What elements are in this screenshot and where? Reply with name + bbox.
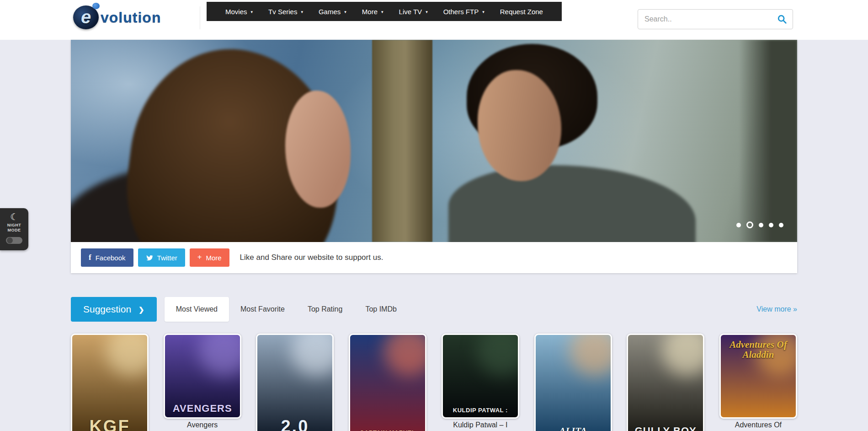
- poster-glow: [662, 334, 704, 376]
- main-nav: Movies ▾ Tv Series ▾ Games ▾ More ▾ Live…: [207, 2, 562, 21]
- movie-poster-card[interactable]: CAPTAIN MARVEL: [349, 334, 426, 431]
- poster-art-title: GULLY BOY: [628, 426, 703, 431]
- carousel-dot[interactable]: [779, 223, 783, 227]
- nav-item-label: Games: [319, 8, 341, 16]
- search-box: [638, 9, 793, 29]
- poster-title[interactable]: Adventures Of: [719, 421, 797, 429]
- movie-poster-card[interactable]: Adventures Of Aladdin Adventures Of: [719, 334, 797, 431]
- suggestion-section: Suggestion ❯ Most ViewedMost FavoriteTop…: [71, 297, 797, 322]
- search-input[interactable]: [638, 15, 775, 23]
- movie-poster-card[interactable]: KULDIP PATWAL : Kuldip Patwal – I: [442, 334, 519, 431]
- poster-art: GULLY BOY: [627, 334, 704, 431]
- caret-down-icon: ▾: [426, 10, 428, 14]
- poster-glow: [199, 334, 241, 376]
- carousel-dot[interactable]: [746, 221, 753, 228]
- poster-art: 2.0: [256, 334, 334, 431]
- movie-poster-card[interactable]: KGF: [71, 334, 149, 431]
- poster-glow: [384, 334, 426, 376]
- poster-art-title: Adventures Of Aladdin: [721, 339, 796, 360]
- share-button-label: Facebook: [96, 254, 126, 262]
- nav-item-label: Tv Series: [268, 8, 297, 16]
- view-more-link[interactable]: View more »: [756, 305, 797, 313]
- poster-glow: [106, 334, 149, 376]
- hero-carousel-slide[interactable]: [71, 40, 797, 242]
- poster-art: AVENGERS: [164, 334, 241, 419]
- poster-glow: [570, 334, 612, 376]
- share-message: Like and Share our website to support us…: [240, 253, 383, 262]
- twitter-bird-icon: [146, 254, 153, 261]
- share-button-label: Twitter: [157, 254, 177, 262]
- toggle-knob: [7, 237, 13, 243]
- nav-item[interactable]: Live TV ▾: [391, 2, 436, 21]
- search-icon[interactable]: [775, 14, 793, 24]
- nav-item[interactable]: Games ▾: [311, 2, 354, 21]
- nav-item[interactable]: Others FTP ▾: [436, 2, 492, 21]
- night-mode-label-line2: MODE: [0, 228, 28, 233]
- poster-art-title: ALITA: [536, 426, 611, 431]
- site-header: e volution Movies ▾ Tv Series ▾ Games ▾ …: [0, 0, 868, 40]
- nav-item-label: More: [362, 8, 378, 16]
- carousel-dot[interactable]: [769, 223, 773, 227]
- logo-dot-icon: [92, 3, 100, 9]
- caret-down-icon: ▾: [301, 10, 303, 14]
- poster-glow: [477, 334, 519, 376]
- plus-icon: +: [197, 253, 202, 262]
- movie-poster-card[interactable]: ALITA: [534, 334, 612, 431]
- carousel-dot[interactable]: [736, 223, 741, 227]
- moon-icon: ☾: [0, 212, 28, 222]
- poster-art-title: KGF: [72, 418, 147, 431]
- share-button-label: More: [206, 254, 221, 262]
- caret-down-icon: ▾: [251, 10, 253, 14]
- suggestion-tab[interactable]: Top IMDb: [354, 297, 408, 322]
- nav-item[interactable]: Tv Series ▾: [261, 2, 311, 21]
- suggestion-tab[interactable]: Most Viewed: [165, 297, 229, 322]
- poster-art: ALITA: [534, 334, 612, 431]
- site-logo[interactable]: e volution: [73, 5, 161, 29]
- nav-item[interactable]: Movies ▾: [218, 2, 261, 21]
- hero-card: f Facebook Twitter + More Like and Share…: [71, 40, 797, 273]
- nav-item-label: Request Zone: [500, 8, 543, 16]
- share-buttons: f Facebook Twitter + More: [81, 248, 229, 267]
- suggestion-tabs: Most ViewedMost FavoriteTop RatingTop IM…: [165, 297, 408, 322]
- chevron-right-icon: ❯: [138, 306, 144, 314]
- poster-glow: [291, 334, 334, 376]
- nav-item[interactable]: More ▾: [354, 2, 391, 21]
- logo-symbol: e: [81, 8, 91, 26]
- share-button[interactable]: f Facebook: [81, 248, 133, 267]
- header-divider: [200, 6, 200, 29]
- poster-art: KGF: [71, 334, 149, 431]
- facebook-f-icon: f: [89, 253, 91, 262]
- suggestion-button[interactable]: Suggestion ❯: [71, 297, 157, 322]
- carousel-dots: [736, 221, 783, 228]
- share-button[interactable]: Twitter: [138, 248, 185, 267]
- nav-item-label: Others FTP: [443, 8, 479, 16]
- poster-title[interactable]: Avengers: [164, 421, 241, 429]
- movie-poster-card[interactable]: GULLY BOY: [627, 334, 704, 431]
- hero-photo-curtain: [739, 40, 797, 242]
- suggestion-tab[interactable]: Most Favorite: [229, 297, 296, 322]
- logo-text: volution: [101, 9, 161, 26]
- nav-item-label: Movies: [225, 8, 247, 16]
- poster-art-title: AVENGERS: [165, 403, 240, 414]
- nav-item[interactable]: Request Zone: [492, 2, 551, 21]
- share-button[interactable]: + More: [190, 248, 229, 267]
- share-bar: f Facebook Twitter + More Like and Share…: [71, 242, 797, 273]
- hero-photo-man-shirt: [448, 165, 695, 242]
- poster-art-title: 2.0: [257, 418, 332, 431]
- suggestion-tab[interactable]: Top Rating: [296, 297, 354, 322]
- movie-poster-card[interactable]: AVENGERS Avengers: [164, 334, 241, 431]
- poster-art: KULDIP PATWAL :: [442, 334, 519, 419]
- poster-art: Adventures Of Aladdin: [719, 334, 797, 419]
- posters-row: KGF AVENGERS Avengers 2.0 CAPTAIN MARVEL…: [71, 334, 797, 431]
- carousel-dot[interactable]: [759, 223, 763, 227]
- night-mode-toggle[interactable]: [6, 237, 22, 244]
- poster-title[interactable]: Kuldip Patwal – I: [442, 421, 519, 429]
- movie-poster-card[interactable]: 2.0: [256, 334, 334, 431]
- suggestion-button-label: Suggestion: [83, 304, 131, 315]
- caret-down-icon: ▾: [344, 10, 346, 14]
- night-mode-label-line1: NIGHT: [0, 223, 28, 228]
- caret-down-icon: ▾: [381, 10, 383, 14]
- hero-photo-wooden-pole: [372, 40, 432, 242]
- logo-e-icon: e: [73, 5, 99, 29]
- nav-item-label: Live TV: [399, 8, 422, 16]
